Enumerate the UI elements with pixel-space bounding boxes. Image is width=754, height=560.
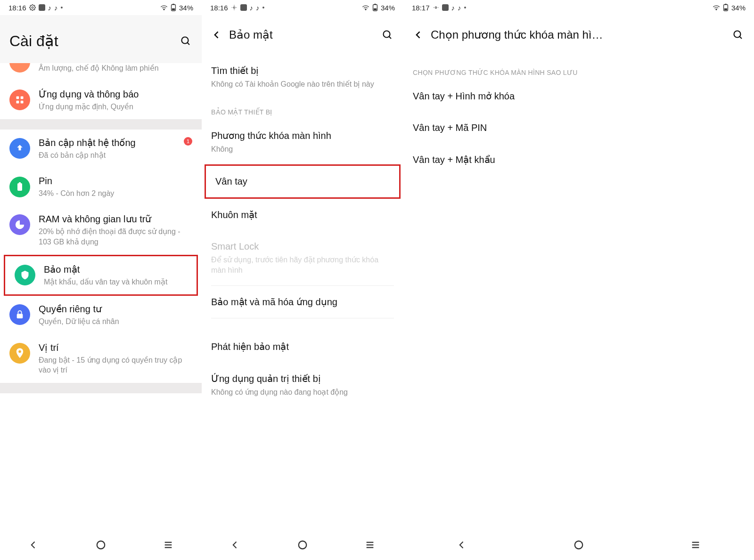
- item-subtitle: Để sử dụng, trước tiên hãy đặt phương th…: [211, 255, 394, 275]
- item-title: Quyền riêng tư: [39, 303, 192, 315]
- settings-item-storage[interactable]: RAM và không gian lưu trữ 20% bộ nhớ điệ…: [0, 206, 202, 254]
- item-subtitle: Ứng dụng mặc định, Quyền: [39, 102, 192, 112]
- battery-percent: 34%: [731, 4, 746, 12]
- item-title: Vân tay + Hình mở khóa: [413, 90, 745, 102]
- more-icon: •: [61, 4, 63, 11]
- item-subtitle: 34% - Còn hơn 2 ngày: [39, 188, 192, 199]
- item-screen-lock[interactable]: Phương thức khóa màn hình Không: [202, 120, 403, 165]
- navigation-bar: [403, 530, 754, 560]
- status-bar: 18:16 ♪ ♪ • 34%: [202, 0, 403, 15]
- item-subtitle: Không có Tài khoản Google nào trên thiết…: [211, 79, 394, 89]
- nav-home-button[interactable]: [91, 536, 110, 554]
- gear-icon: [231, 4, 238, 11]
- settings-item-update[interactable]: Bản cập nhật hệ thống Đã có bản cập nhật…: [0, 130, 202, 168]
- tiktok-icon: ♪: [458, 4, 461, 12]
- wifi-icon: [713, 5, 720, 10]
- tiktok-icon: ♪: [451, 4, 455, 12]
- header: Bảo mật: [202, 15, 403, 55]
- status-bar: 18:17 ♪ ♪ • 34%: [403, 0, 754, 15]
- nav-back-button[interactable]: [452, 536, 471, 554]
- svg-line-39: [740, 37, 742, 39]
- svg-rect-13: [19, 182, 21, 183]
- option-fingerprint-pattern[interactable]: Vân tay + Hình mở khóa: [403, 80, 754, 112]
- item-device-admin[interactable]: Ứng dụng quản trị thiết bị Không có ứng …: [202, 363, 403, 408]
- item-app-security[interactable]: Bảo mật và mã hóa ứng dụng: [202, 286, 403, 318]
- tiktok-icon: ♪: [256, 4, 260, 12]
- battery-icon: [171, 4, 176, 11]
- gear-icon: [433, 4, 439, 11]
- notification-badge: 1: [184, 137, 192, 146]
- back-button[interactable]: [211, 29, 222, 41]
- svg-rect-4: [172, 8, 175, 10]
- svg-rect-10: [16, 100, 19, 103]
- settings-item-privacy[interactable]: Quyền riêng tư Quyền, Dữ liệu cá nhân: [0, 296, 202, 334]
- location-icon: [9, 343, 30, 364]
- svg-line-7: [188, 43, 190, 45]
- more-icon: •: [464, 4, 467, 11]
- settings-item-security[interactable]: Bảo mật Mật khẩu, dấu vân tay và khuôn m…: [5, 256, 197, 295]
- nav-recents-button[interactable]: [686, 536, 705, 554]
- item-title: Phương thức khóa màn hình: [211, 130, 394, 141]
- section-divider: [0, 383, 202, 393]
- option-fingerprint-pin[interactable]: Vân tay + Mã PIN: [403, 112, 754, 144]
- item-title: Ứng dụng quản trị thiết bị: [211, 373, 394, 384]
- highlight-security: Bảo mật Mật khẩu, dấu vân tay và khuôn m…: [4, 255, 198, 296]
- svg-rect-14: [17, 314, 23, 318]
- settings-item-apps[interactable]: Ứng dụng và thông báo Ứng dụng mặc định,…: [0, 81, 202, 120]
- screen-security: 18:16 ♪ ♪ • 34% Bảo mật Tìm thiết bị Khô…: [202, 0, 403, 560]
- item-title: Ứng dụng và thông báo: [39, 89, 192, 100]
- tiktok-icon: ♪: [54, 4, 58, 12]
- wifi-icon: [362, 5, 369, 10]
- nav-recents-button[interactable]: [361, 536, 379, 554]
- svg-point-40: [575, 541, 583, 549]
- more-icon: •: [262, 4, 265, 11]
- settings-item-battery[interactable]: Pin 34% - Còn hơn 2 ngày: [0, 168, 202, 206]
- shield-icon: [15, 265, 35, 285]
- settings-item-sound[interactable]: Âm lượng, chế độ Không làm phiền: [0, 63, 202, 81]
- search-button[interactable]: [731, 28, 745, 41]
- nav-back-button[interactable]: [24, 536, 43, 554]
- header: Chọn phương thức khóa màn hì…: [403, 15, 754, 55]
- back-button[interactable]: [413, 29, 424, 41]
- item-fingerprint[interactable]: Vân tay: [206, 166, 399, 197]
- item-face[interactable]: Khuôn mặt: [202, 199, 403, 231]
- nav-recents-button[interactable]: [159, 536, 178, 554]
- update-icon: [9, 138, 30, 159]
- search-button[interactable]: [381, 28, 394, 41]
- security-list: Tìm thiết bị Không có Tài khoản Google n…: [202, 55, 403, 530]
- item-subtitle: Đang bật - 15 ứng dụng có quyền truy cập…: [39, 355, 192, 375]
- svg-rect-1: [39, 4, 45, 11]
- svg-point-34: [716, 9, 717, 10]
- wifi-icon: [160, 5, 168, 10]
- app-icon: [39, 4, 45, 11]
- svg-point-0: [32, 7, 33, 8]
- app-icon: [442, 4, 449, 11]
- svg-rect-5: [172, 4, 174, 5]
- battery-item-icon: [9, 177, 30, 197]
- svg-rect-12: [17, 183, 22, 191]
- battery-icon: [372, 4, 378, 11]
- item-title: Vân tay + Mật khẩu: [413, 154, 745, 165]
- section-header: CHỌN PHƯƠNG THỨC KHÓA MÀN HÌNH SAO LƯU: [403, 55, 754, 80]
- apps-icon: [9, 89, 30, 110]
- status-time: 18:17: [412, 4, 430, 12]
- item-title: Bảo mật: [44, 264, 187, 275]
- page-title: Chọn phương thức khóa màn hì…: [431, 28, 725, 41]
- nav-home-button[interactable]: [569, 536, 588, 554]
- item-title: Vị trí: [39, 342, 192, 353]
- nav-back-button[interactable]: [226, 536, 245, 554]
- svg-point-32: [435, 7, 437, 8]
- page-title: Bảo mật: [229, 28, 374, 41]
- svg-point-2: [164, 9, 164, 10]
- item-title: Bản cập nhật hệ thống: [39, 137, 175, 148]
- item-title: Bảo mật và mã hóa ứng dụng: [211, 296, 394, 308]
- settings-item-location[interactable]: Vị trí Đang bật - 15 ứng dụng có quyền t…: [0, 334, 202, 383]
- option-fingerprint-password[interactable]: Vân tay + Mật khẩu: [403, 144, 754, 176]
- screen-settings: 18:16 ♪ ♪ • 34% Cài đặt: [0, 0, 202, 560]
- svg-rect-25: [374, 4, 376, 5]
- search-button[interactable]: [179, 34, 192, 48]
- item-find-device[interactable]: Tìm thiết bị Không có Tài khoản Google n…: [202, 55, 403, 100]
- svg-point-6: [182, 37, 188, 44]
- nav-home-button[interactable]: [293, 536, 312, 554]
- item-security-detect[interactable]: Phát hiện bảo mật: [202, 331, 403, 363]
